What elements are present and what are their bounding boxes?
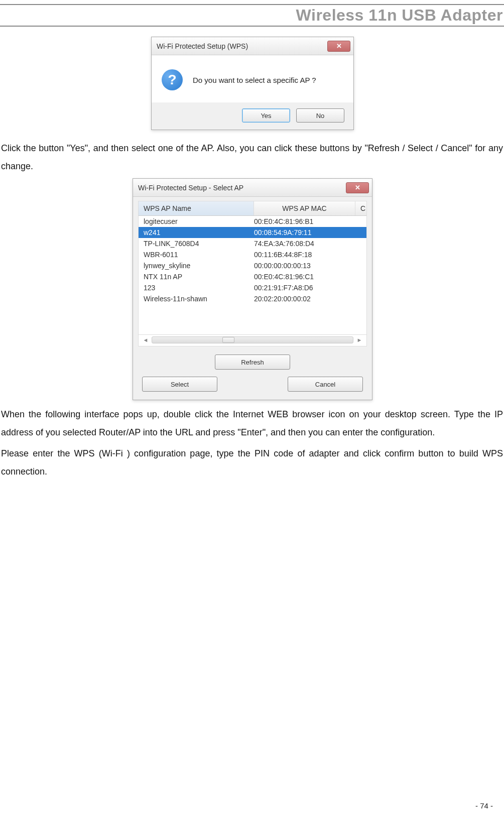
table-row[interactable]: Wireless-11n-shawn20:02:20:00:00:02 xyxy=(139,293,366,304)
ap-table: WPS AP Name WPS AP MAC C logitecuser00:E… xyxy=(138,201,367,335)
refresh-button[interactable]: Refresh xyxy=(215,355,290,370)
ap-mac-cell: 00:11:6B:44:8F:18 xyxy=(254,251,361,259)
ap-name-cell: WBR-6011 xyxy=(144,251,254,259)
page-number: - 74 - xyxy=(475,801,493,810)
wps-select-ap-dialog: Wi-Fi Protected Setup - Select AP ✕ WPS … xyxy=(133,178,372,400)
table-row[interactable]: TP-LINK_7608D474:EA:3A:76:08:D4 xyxy=(139,238,366,249)
dialog-body: ? Do you want to select a specific AP ? xyxy=(152,55,353,102)
table-header-row: WPS AP Name WPS AP MAC C xyxy=(139,201,366,216)
close-button[interactable]: ✕ xyxy=(346,182,369,193)
ap-name-cell: logitecuser xyxy=(144,217,254,225)
no-button[interactable]: No xyxy=(296,108,344,123)
select-button[interactable]: Select xyxy=(142,377,217,392)
wps-confirm-dialog: Wi-Fi Protected Setup (WPS) ✕ ? Do you w… xyxy=(151,37,354,130)
table-row[interactable]: w24100:08:54:9A:79:11 xyxy=(139,227,366,238)
page-header: Wireless 11n USB Adapter xyxy=(0,0,504,27)
table-body: logitecuser00:E0:4C:81:96:B1w24100:08:54… xyxy=(139,216,366,304)
scroll-left-icon[interactable]: ◄ xyxy=(142,336,150,344)
table-row[interactable]: 12300:21:91:F7:A8:D6 xyxy=(139,282,366,293)
ap-name-cell: lynwey_skyline xyxy=(144,262,254,270)
dialog-button-row: Yes No xyxy=(152,102,353,130)
ap-mac-cell: 00:08:54:9A:79:11 xyxy=(254,228,361,237)
page-title: Wireless 11n USB Adapter xyxy=(0,5,504,26)
ap-mac-cell: 00:E0:4C:81:96:B1 xyxy=(254,217,361,225)
scroll-right-icon[interactable]: ► xyxy=(355,336,363,344)
column-header-mac[interactable]: WPS AP MAC xyxy=(254,201,355,215)
scroll-thumb[interactable] xyxy=(222,337,234,343)
table-empty-area xyxy=(139,304,366,334)
dialog-message: Do you want to select a specific AP ? xyxy=(193,76,316,84)
ap-mac-cell: 00:21:91:F7:A8:D6 xyxy=(254,284,361,292)
dialog-titlebar: Wi-Fi Protected Setup (WPS) ✕ xyxy=(152,37,353,55)
close-icon: ✕ xyxy=(336,42,342,50)
ap-name-cell: 123 xyxy=(144,284,254,292)
table-row[interactable]: NTX 11n AP00:E0:4C:81:96:C1 xyxy=(139,271,366,282)
ap-name-cell: w241 xyxy=(144,228,254,237)
ap-name-cell: Wireless-11n-shawn xyxy=(144,295,254,303)
ap-mac-cell: 20:02:20:00:00:02 xyxy=(254,295,361,303)
dialog-title: Wi-Fi Protected Setup - Select AP xyxy=(138,184,243,192)
ap-name-cell: NTX 11n AP xyxy=(144,273,254,281)
close-button[interactable]: ✕ xyxy=(327,41,350,52)
table-row[interactable]: logitecuser00:E0:4C:81:96:B1 xyxy=(139,216,366,227)
horizontal-scrollbar[interactable]: ◄ ► xyxy=(138,335,367,346)
scroll-track[interactable] xyxy=(152,336,353,343)
yes-button[interactable]: Yes xyxy=(242,108,290,123)
table-row[interactable]: WBR-601100:11:6B:44:8F:18 xyxy=(139,249,366,260)
instruction-paragraph-1: Click the button "Yes", and then select … xyxy=(1,139,503,175)
dialog-title: Wi-Fi Protected Setup (WPS) xyxy=(157,42,248,50)
cancel-button[interactable]: Cancel xyxy=(288,377,363,392)
instruction-paragraph-2: When the following interface pops up, do… xyxy=(1,405,503,441)
refresh-button-row: Refresh xyxy=(133,346,372,375)
question-icon: ? xyxy=(162,69,183,90)
ap-mac-cell: 00:00:00:00:00:13 xyxy=(254,262,361,270)
table-row[interactable]: lynwey_skyline00:00:00:00:00:13 xyxy=(139,260,366,271)
column-header-extra[interactable]: C xyxy=(355,201,366,215)
instruction-paragraph-3: Please enter the WPS (Wi-Fi ) configurat… xyxy=(1,444,503,481)
ap-name-cell: TP-LINK_7608D4 xyxy=(144,240,254,248)
column-header-name[interactable]: WPS AP Name xyxy=(139,201,254,215)
ap-mac-cell: 74:EA:3A:76:08:D4 xyxy=(254,240,361,248)
dialog-titlebar: Wi-Fi Protected Setup - Select AP ✕ xyxy=(133,179,372,197)
close-icon: ✕ xyxy=(355,184,360,191)
ap-mac-cell: 00:E0:4C:81:96:C1 xyxy=(254,273,361,281)
bottom-button-row: Select Cancel xyxy=(133,375,372,400)
